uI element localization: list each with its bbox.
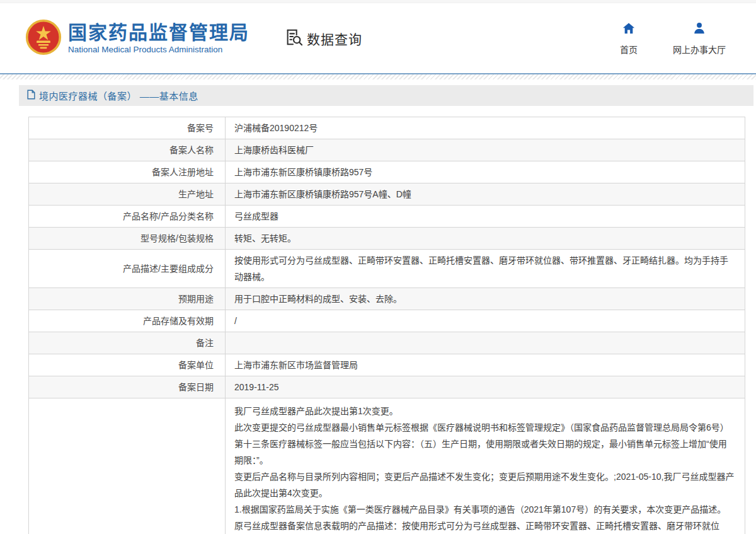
field-value: 沪浦械备20190212号 [226, 117, 745, 139]
field-label: 备案人注册地址 [29, 161, 226, 183]
table-row-registrant-address: 备案人注册地址 上海市浦东新区康桥镇康桥路957号 [29, 161, 745, 183]
national-emblem-icon [25, 19, 62, 58]
field-value: 转矩、无转矩。 [226, 228, 745, 250]
striped-band [0, 74, 756, 79]
table-row-product-name: 产品名称/产品分类名称 弓丝成型器 [29, 206, 745, 228]
nav-service-hall[interactable]: 网上办事大厅 [673, 21, 726, 55]
field-label: 预期用途 [29, 288, 226, 310]
field-value: / [226, 310, 745, 332]
field-label: 产品存储及有效期 [29, 310, 226, 332]
table-row-record-number: 备案号 沪浦械备20190212号 [29, 117, 745, 139]
field-value: 上海市浦东新区康桥镇康桥路957号A幢、D幢 [226, 183, 745, 206]
nav-service-hall-label: 网上办事大厅 [673, 43, 726, 55]
record-info-table: 备案号 沪浦械备20190212号 备案人名称 上海康桥齿科医械厂 备案人注册地… [28, 117, 745, 534]
nav-home[interactable]: 首页 [615, 21, 643, 55]
field-value: 我厂弓丝成型器产品此次提出第1次变更。 此次变更提交的弓丝成型器最小销售单元标签… [226, 398, 745, 534]
field-label: 型号规格/包装规格 [29, 228, 226, 250]
table-row-intended-use: 预期用途 用于口腔中正畸材料的成型、安装、去除。 [29, 288, 745, 310]
document-search-icon [284, 28, 307, 49]
field-label: 生产地址 [29, 183, 226, 206]
field-value: 上海市浦东新区市场监督管理局 [226, 354, 745, 376]
field-label: 备案日期 [29, 376, 226, 398]
home-icon [622, 21, 636, 38]
org-name-en: National Medical Products Administration [68, 45, 249, 54]
field-value [226, 332, 745, 354]
table-row-production-address: 生产地址 上海市浦东新区康桥镇康桥路957号A幢、D幢 [29, 183, 745, 206]
brand-text: 国家药品监督管理局 National Medical Products Admi… [68, 22, 249, 54]
field-value: 按使用形式可分为弓丝成型器、正畸带环安置器、正畸托槽安置器、磨牙带环就位器、带环… [226, 250, 745, 288]
nav-home-label: 首页 [620, 43, 638, 55]
table-row-filing-date: 备案日期 2019-11-25 [29, 376, 745, 398]
field-label: 产品描述/主要组成成分 [29, 250, 226, 288]
table-row-filing-authority: 备案单位 上海市浦东新区市场监督管理局 [29, 354, 745, 376]
table-row-model-spec: 型号规格/包装规格 转矩、无转矩。 [29, 228, 745, 250]
user-icon [692, 21, 706, 38]
table-row-storage-validity: 产品存储及有效期 / [29, 310, 745, 332]
field-label [29, 398, 226, 534]
nmpa-logo[interactable]: 国家药品监督管理局 National Medical Products Admi… [25, 19, 249, 58]
field-value: 上海康桥齿科医械厂 [226, 139, 745, 161]
field-label: 产品名称/产品分类名称 [29, 206, 226, 228]
table-row-product-description: 产品描述/主要组成成分 按使用形式可分为弓丝成型器、正畸带环安置器、正畸托槽安置… [29, 250, 745, 288]
page-title: 境内医疗器械（备案） ——基本信息 [39, 89, 198, 102]
org-name-cn: 国家药品监督管理局 [68, 22, 249, 44]
header-nav: 首页 网上办事大厅 [615, 21, 726, 55]
page-title-bar: 境内医疗器械（备案） ——基本信息 [19, 85, 753, 106]
field-label: 备案单位 [29, 354, 226, 376]
table-row-change-history: 我厂弓丝成型器产品此次提出第1次变更。 此次变更提交的弓丝成型器最小销售单元标签… [29, 398, 745, 534]
document-icon [26, 90, 39, 102]
table-row-registrant-name: 备案人名称 上海康桥齿科医械厂 [29, 139, 745, 161]
field-value: 2019-11-25 [226, 376, 745, 398]
field-value: 用于口腔中正畸材料的成型、安装、去除。 [226, 288, 745, 310]
data-query-link[interactable]: 数据查询 [284, 28, 362, 49]
table-row-remarks: 备注 [29, 332, 745, 354]
field-label: 备注 [29, 332, 226, 354]
header: 国家药品监督管理局 National Medical Products Admi… [0, 3, 756, 73]
field-label: 备案人名称 [29, 139, 226, 161]
field-value: 上海市浦东新区康桥镇康桥路957号 [226, 161, 745, 183]
field-value: 弓丝成型器 [226, 206, 745, 228]
data-query-label: 数据查询 [307, 29, 362, 48]
field-label: 备案号 [29, 117, 226, 139]
